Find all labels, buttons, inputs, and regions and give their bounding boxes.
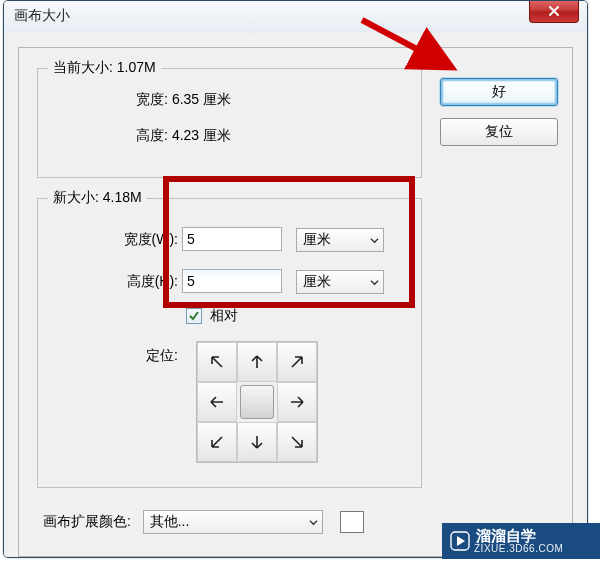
title-bar[interactable]: 画布大小: [4, 1, 587, 34]
arrow-ne-icon: [287, 352, 307, 372]
new-height-label: 高度(H):: [38, 273, 178, 291]
current-width-label: 宽度:: [38, 91, 168, 109]
check-icon: [188, 310, 200, 322]
arrow-n-icon: [247, 352, 267, 372]
new-width-label: 宽度(W):: [38, 231, 178, 249]
dialog-title: 画布大小: [14, 7, 70, 25]
watermark-brand: 溜溜自学: [476, 528, 563, 544]
canvas-size-dialog: 画布大小 好 复位 当前大小: 1.07M: [3, 0, 588, 558]
arrow-s-icon: [247, 432, 267, 452]
close-button[interactable]: [529, 0, 579, 23]
arrow-nw-icon: [207, 352, 227, 372]
watermark-url: ZIXUE.3D66.COM: [474, 544, 563, 555]
ok-button-label: 好: [492, 83, 506, 101]
new-size-group: 新大小: 4.18M 宽度(W): 厘米 高度(H):: [37, 198, 422, 488]
width-unit-value: 厘米: [303, 231, 331, 249]
height-unit-value: 厘米: [303, 273, 331, 291]
dialog-panel: 好 复位 当前大小: 1.07M 宽度: 6.35 厘米 高度: 4.23 厘米: [18, 47, 573, 557]
height-input[interactable]: [182, 269, 282, 293]
anchor-e[interactable]: [277, 382, 317, 422]
arrow-se-icon: [287, 432, 307, 452]
extension-color-label: 画布扩展颜色:: [43, 513, 131, 529]
chevron-down-icon: [309, 518, 318, 527]
reset-button[interactable]: 复位: [440, 118, 558, 146]
close-icon: [548, 5, 560, 17]
anchor-sw[interactable]: [197, 422, 237, 462]
arrow-sw-icon: [207, 432, 227, 452]
anchor-label: 定位:: [38, 347, 178, 365]
anchor-se[interactable]: [277, 422, 317, 462]
chevron-down-icon: [370, 278, 379, 287]
anchor-nw[interactable]: [197, 342, 237, 382]
ok-button[interactable]: 好: [440, 78, 558, 106]
relative-label: 相对: [210, 307, 238, 323]
arrow-w-icon: [207, 392, 227, 412]
play-circle-icon: [450, 531, 470, 551]
reset-button-label: 复位: [485, 123, 513, 141]
new-size-legend: 新大小: 4.18M: [48, 189, 147, 207]
height-unit-select[interactable]: 厘米: [296, 270, 384, 294]
relative-checkbox[interactable]: [186, 308, 202, 324]
anchor-center[interactable]: [240, 385, 274, 419]
extension-color-swatch[interactable]: [340, 511, 364, 533]
width-unit-select[interactable]: 厘米: [296, 228, 384, 252]
watermark-badge: 溜溜自学 ZIXUE.3D66.COM: [442, 523, 600, 559]
extension-color-value: 其他...: [150, 513, 190, 531]
current-width-value: 6.35 厘米: [172, 91, 231, 109]
current-size-group: 当前大小: 1.07M 宽度: 6.35 厘米 高度: 4.23 厘米: [37, 68, 422, 178]
anchor-s[interactable]: [237, 422, 277, 462]
width-input[interactable]: [182, 227, 282, 251]
arrow-e-icon: [287, 392, 307, 412]
anchor-n[interactable]: [237, 342, 277, 382]
anchor-ne[interactable]: [277, 342, 317, 382]
extension-color-select[interactable]: 其他...: [143, 510, 323, 534]
current-height-value: 4.23 厘米: [172, 127, 231, 145]
anchor-grid: [196, 341, 318, 463]
anchor-w[interactable]: [197, 382, 237, 422]
current-size-legend: 当前大小: 1.07M: [48, 59, 161, 77]
chevron-down-icon: [370, 236, 379, 245]
dialog-body: 好 复位 当前大小: 1.07M 宽度: 6.35 厘米 高度: 4.23 厘米: [4, 33, 587, 557]
current-height-label: 高度:: [38, 127, 168, 145]
